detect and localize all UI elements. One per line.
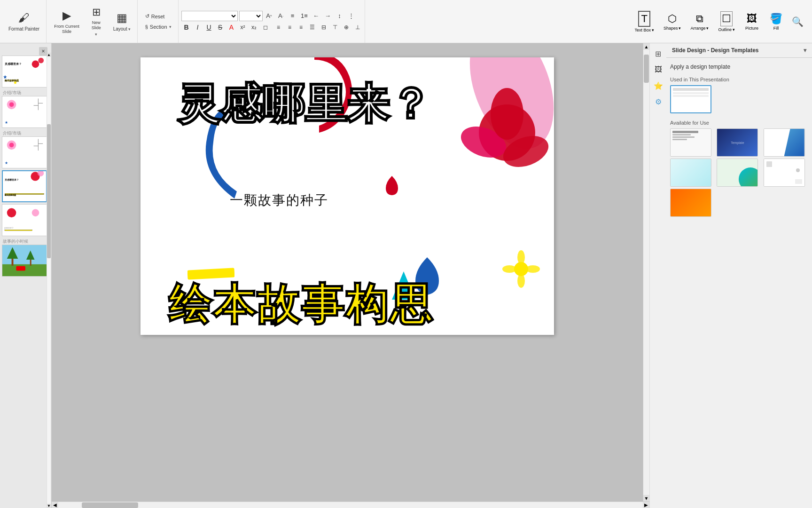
decrease-font-button[interactable]: A- <box>276 11 286 21</box>
columns-button[interactable]: ⋮ <box>346 11 357 21</box>
slide-thumb-4[interactable]: 灵感哪里来？ 绘本故事构思 <box>2 170 47 202</box>
right-panel-dropdown-icon[interactable]: ▾ <box>804 47 806 54</box>
superscript-button[interactable]: x² <box>238 22 248 32</box>
slide-scroll-down[interactable]: ▼ <box>47 504 51 508</box>
increase-font-button[interactable]: A+ <box>264 11 274 21</box>
indent-inc-button[interactable]: → <box>323 11 333 21</box>
canvas-area[interactable]: 灵感哪里来？ 一颗故事的种子 绘本故事构思 <box>52 43 643 501</box>
slide-scroll-up[interactable]: ▲ <box>47 53 51 57</box>
reset-section-group: ↺ Reset § Section ▾ <box>139 0 179 43</box>
vscroll-thumb[interactable] <box>644 55 649 83</box>
layout-dropdown-icon: ▾ <box>128 27 131 32</box>
indent-dec-button[interactable]: ← <box>311 11 321 21</box>
slide-1-preview: 灵感哪里来？ 绘本故事构思 <box>2 56 47 87</box>
layout-label: Layout <box>113 26 127 32</box>
slide-thumb-1[interactable]: 灵感哪里来？ 绘本故事构思 <box>2 56 47 87</box>
apply-design-label: Apply a design template <box>670 62 808 72</box>
slide-6-preview <box>2 245 47 276</box>
subscript-button[interactable]: x₂ <box>249 22 259 32</box>
valign-bot-button[interactable]: ⊥ <box>352 22 363 32</box>
template-used-1[interactable] <box>670 85 711 113</box>
slide-thumb-6[interactable] <box>2 245 47 277</box>
shapes-button[interactable]: ⬡ Shapes▾ <box>660 4 685 40</box>
template-avail-1[interactable] <box>670 128 711 157</box>
right-panel-header: Slide Design - Design Templates ▾ <box>666 43 812 58</box>
align-right-button[interactable]: ≡ <box>296 22 306 32</box>
svg-point-49 <box>526 265 540 273</box>
right-main-panel: Slide Design - Design Templates ▾ Apply … <box>666 43 812 508</box>
fill-button[interactable]: 🪣 Fill <box>765 4 787 40</box>
italic-button[interactable]: I <box>193 22 203 32</box>
panel-slides-icon-button[interactable]: ⊞ <box>652 47 665 60</box>
canvas-vscroll: ▲ ▼ <box>643 43 649 501</box>
hscroll-right-button[interactable]: ▶ <box>643 502 649 508</box>
section-icon: § <box>145 24 148 30</box>
format-painter-button[interactable]: 🖌 Format Painter <box>5 4 43 40</box>
outline-button[interactable]: ☐ Outline▾ <box>714 4 739 40</box>
underline-button[interactable]: U <box>204 22 214 32</box>
layout-button[interactable]: ▦ Layout ▾ <box>109 4 134 40</box>
from-current-slide-button[interactable]: ▶ From CurrentSlide <box>50 4 83 40</box>
slide-3-preview: ★ <box>2 137 47 168</box>
align-justify-button[interactable]: ☰ <box>307 22 318 32</box>
strikethrough-button[interactable]: S <box>215 22 226 32</box>
font-size-select[interactable] <box>239 11 263 21</box>
svg-rect-29 <box>5 230 32 231</box>
vscroll-track <box>643 50 649 495</box>
deco-yellow-flower <box>502 250 540 288</box>
bold-button[interactable]: B <box>181 22 192 32</box>
line-spacing-button[interactable]: ↕ <box>335 11 345 21</box>
right-panel-title: Slide Design - Design Templates <box>672 47 759 54</box>
slide-thumb-2[interactable]: ★ <box>2 96 47 128</box>
canvas-row: 灵感哪里来？ 一颗故事的种子 绘本故事构思 ▲ <box>52 43 649 501</box>
panel-star-icon-button[interactable]: ⭐ <box>652 79 665 92</box>
template-avail-5[interactable] <box>717 159 758 187</box>
close-panel-button[interactable]: × <box>39 47 47 56</box>
right-side: ⊞ 🖼 ⭐ ⚙ Slide Design - Design Templates … <box>649 43 812 508</box>
play-icon: ▶ <box>62 9 71 22</box>
template-avail-3[interactable] <box>764 128 805 157</box>
svg-point-0 <box>32 61 39 68</box>
align-center-button[interactable]: ≡ <box>285 22 295 32</box>
numbering-button[interactable]: 1≡ <box>299 11 310 21</box>
slide-item-2: 介绍/市场 ★ <box>2 89 49 128</box>
hscroll-thumb[interactable] <box>82 502 138 508</box>
right-tools-group: T Text Box ▾ ⬡ Shapes▾ ⧉ Arrange▾ ☐ Outl… <box>627 4 810 40</box>
picture-button[interactable]: 🖼 Picture <box>741 4 763 40</box>
template-avail-7[interactable] <box>670 189 711 217</box>
template-avail-6[interactable] <box>764 159 805 187</box>
outline-label: Outline▾ <box>718 27 735 32</box>
font-color-button[interactable]: A <box>226 22 237 32</box>
panel-gallery-icon-button[interactable]: 🖼 <box>652 63 665 76</box>
svg-text:★: ★ <box>5 161 8 165</box>
valign-top-button[interactable]: ⊤ <box>330 22 340 32</box>
font-name-select[interactable] <box>181 11 238 21</box>
valign-mid-button[interactable]: ⊕ <box>341 22 351 32</box>
font-controls-group: A+ A- ≡ 1≡ ← → ↕ ⋮ B I U S A x² x₂ ◻ ≡ ≡… <box>180 0 365 43</box>
new-slide-button[interactable]: ⊞ NewSlide ▾ <box>86 4 107 40</box>
new-slide-icon: ⊞ <box>92 6 101 18</box>
reset-button[interactable]: ↺ Reset <box>142 12 174 21</box>
outline-dropdown-icon: ▾ <box>733 27 735 32</box>
vscroll-up-button[interactable]: ▲ <box>643 43 650 50</box>
hscroll-left-button[interactable]: ◀ <box>52 502 58 508</box>
canvas-hscroll: ◀ ▶ <box>52 501 649 508</box>
vscroll-down-button[interactable]: ▼ <box>643 495 650 501</box>
search-button[interactable]: 🔍 <box>789 4 806 40</box>
align-left-button[interactable]: ≡ <box>273 22 284 32</box>
text-box-button[interactable]: T Text Box ▾ <box>631 4 658 40</box>
template-avail-2[interactable]: Template <box>717 128 758 157</box>
panel-design-icon-button[interactable]: ⚙ <box>652 95 665 108</box>
section-button[interactable]: § Section ▾ <box>142 23 174 31</box>
deco-small-red-drop <box>385 175 399 196</box>
align-distribute-button[interactable]: ⊟ <box>319 22 329 32</box>
slide-item-6: 故事的小时候 <box>2 238 49 277</box>
template-avail-4[interactable] <box>670 159 711 187</box>
slide-thumb-3[interactable]: ★ <box>2 136 47 168</box>
clear-format-button[interactable]: ◻ <box>260 22 271 32</box>
slide-thumb-5[interactable]: 故事的种子 <box>2 204 47 236</box>
new-slide-dropdown-icon: ▾ <box>95 32 97 37</box>
slide-2-preview: ★ <box>2 96 47 127</box>
bullets-button[interactable]: ≡ <box>288 11 298 21</box>
arrange-button[interactable]: ⧉ Arrange▾ <box>687 4 712 40</box>
